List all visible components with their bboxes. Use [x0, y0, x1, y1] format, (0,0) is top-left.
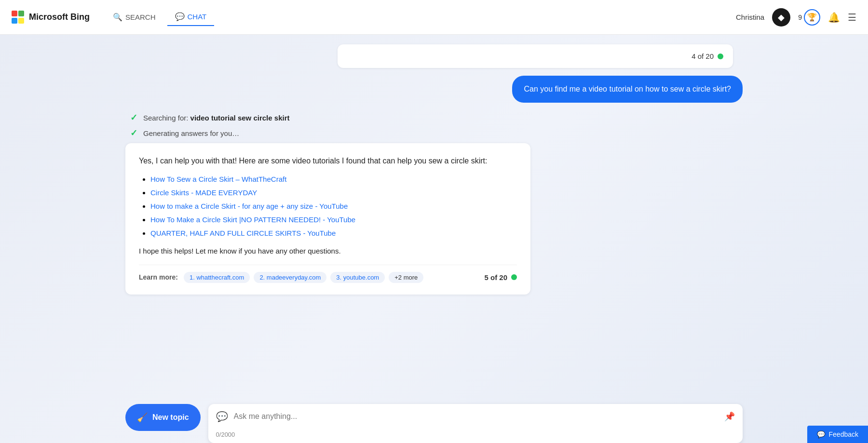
user-name: Christina: [736, 13, 764, 21]
feedback-icon: 💬: [817, 430, 825, 438]
input-row: 💬 📌: [208, 404, 743, 429]
header-right: Christina ◆ 9 🏆 🔔 ☰: [736, 8, 856, 27]
points-value: 9: [798, 13, 802, 21]
nav-search[interactable]: 🔍 SEARCH: [105, 9, 163, 26]
prev-count-row: 4 of 20: [125, 44, 743, 68]
ai-link-1[interactable]: How To Sew a Circle Skirt – WhatTheCraft: [150, 175, 286, 183]
ai-links-list: How To Sew a Circle Skirt – WhatTheCraft…: [139, 175, 517, 238]
ai-intro-text: Yes, I can help you with that! Here are …: [139, 155, 517, 167]
header: Microsoft Bing 🔍 SEARCH 💬 CHAT Christina…: [0, 0, 868, 35]
status-generating-text: Generating answers for you…: [143, 129, 239, 137]
user-message-row: Can you find me a video tutorial on how …: [125, 76, 743, 103]
list-item: QUARTER, HALF AND FULL CIRCLE SKIRTS - Y…: [150, 229, 517, 238]
user-message-bubble: Can you find me a video tutorial on how …: [512, 76, 743, 103]
source-pill-1[interactable]: 1. whatthecraft.com: [184, 272, 250, 283]
more-sources-pill[interactable]: +2 more: [389, 272, 423, 283]
current-count: 5 of 20: [484, 273, 517, 282]
list-item: How to make a Circle Skirt - for any age…: [150, 202, 517, 211]
source-pill-3[interactable]: 3. youtube.com: [330, 272, 385, 283]
status-search-text: Searching for: video tutorial sew circle…: [143, 114, 289, 122]
char-count: 0/2000: [208, 429, 743, 443]
avatar[interactable]: ◆: [772, 8, 790, 27]
new-topic-button[interactable]: 🧹 New topic: [125, 404, 201, 431]
new-topic-label: New topic: [152, 413, 189, 422]
prev-count-text: 4 of 20: [692, 52, 714, 60]
chat-bubble-icon: 💬: [216, 411, 228, 422]
list-item: How To Sew a Circle Skirt – WhatTheCraft: [150, 175, 517, 184]
prev-green-dot: [718, 54, 723, 59]
pin-icon[interactable]: 📌: [724, 411, 735, 422]
bell-icon[interactable]: 🔔: [828, 12, 840, 23]
search-nav-icon: 🔍: [113, 13, 122, 22]
prev-message-box: 4 of 20: [338, 44, 733, 68]
feedback-label: Feedback: [829, 430, 858, 438]
source-pill-2[interactable]: 2. madeeveryday.com: [254, 272, 326, 283]
bing-logo-icon: [12, 11, 25, 24]
ai-link-4[interactable]: How To Make a Circle Skirt |NO PATTERN N…: [150, 215, 355, 224]
trophy-icon[interactable]: 🏆: [804, 9, 820, 26]
ai-link-5[interactable]: QUARTER, HALF AND FULL CIRCLE SKIRTS - Y…: [150, 229, 336, 237]
chat-nav-icon: 💬: [175, 12, 185, 21]
broom-icon: 🧹: [137, 412, 148, 423]
current-green-dot: [511, 274, 517, 280]
points-badge: 9 🏆: [798, 9, 820, 26]
chat-area: 4 of 20 Can you find me a video tutorial…: [0, 35, 868, 396]
chat-input[interactable]: [234, 412, 719, 421]
list-item: How To Make a Circle Skirt |NO PATTERN N…: [150, 215, 517, 224]
status-search-row: ✓ Searching for: video tutorial sew circ…: [125, 112, 743, 123]
search-nav-label: SEARCH: [125, 13, 156, 21]
check-icon-generate: ✓: [130, 128, 137, 138]
brand-name: Microsoft Bing: [29, 12, 90, 22]
current-count-text: 5 of 20: [484, 273, 507, 282]
chat-input-container: 💬 📌 0/2000: [208, 404, 743, 443]
bottom-area: 🧹 New topic 💬 📌 0/2000: [0, 396, 868, 443]
list-item: Circle Skirts - MADE EVERYDAY: [150, 188, 517, 197]
ai-closing-text: I hope this helps! Let me know if you ha…: [139, 245, 517, 257]
nav-chat[interactable]: 💬 CHAT: [167, 8, 215, 26]
avatar-icon: ◆: [778, 12, 785, 23]
status-generating-row: ✓ Generating answers for you…: [125, 128, 743, 138]
learn-more-label: Learn more:: [139, 273, 178, 281]
check-icon-search: ✓: [130, 112, 137, 123]
chat-nav-label: CHAT: [188, 13, 207, 21]
menu-icon[interactable]: ☰: [848, 12, 856, 23]
ai-link-2[interactable]: Circle Skirts - MADE EVERYDAY: [150, 188, 257, 197]
ai-link-3[interactable]: How to make a Circle Skirt - for any age…: [150, 202, 348, 210]
ai-response-card: Yes, I can help you with that! Here are …: [125, 143, 530, 295]
main-container: 4 of 20 Can you find me a video tutorial…: [0, 35, 868, 443]
learn-more-row: Learn more: 1. whatthecraft.com 2. madee…: [139, 265, 517, 283]
main-nav: 🔍 SEARCH 💬 CHAT: [105, 8, 736, 26]
brand-logo[interactable]: Microsoft Bing: [12, 11, 90, 24]
feedback-button[interactable]: 💬 Feedback: [807, 426, 868, 443]
